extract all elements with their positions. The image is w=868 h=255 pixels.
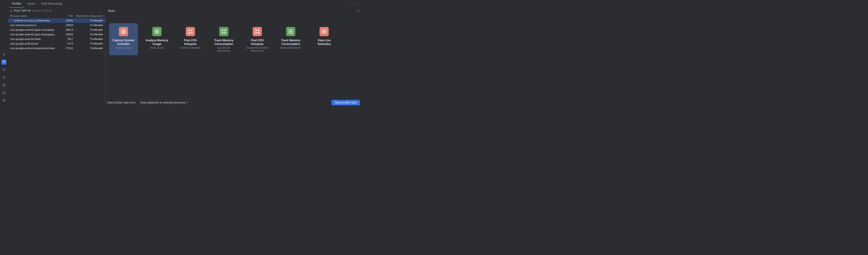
svg-rect-10	[3, 92, 5, 94]
rail-icon-diamond[interactable]	[1, 67, 6, 72]
process-pane: Process name PID Manifest Configuration …	[8, 13, 105, 106]
svg-point-17	[352, 4, 352, 5]
svg-line-5	[3, 77, 3, 77]
process-row[interactable]: com.google.android.apps.messaging28613Pr…	[8, 27, 105, 32]
process-pid: 28613	[62, 27, 75, 32]
task-subtitle: Native Allocations	[280, 46, 301, 49]
process-name: com.google.android.dialer	[10, 38, 41, 40]
process-pid: 27251	[62, 46, 75, 51]
task-card[interactable]: View Live Telemetry	[310, 23, 339, 55]
process-name: android.com.java.profilertester	[14, 19, 50, 22]
task-subtitle: Heap Dump	[150, 46, 164, 49]
process-pid: 2017	[62, 37, 75, 41]
svg-point-14	[4, 100, 5, 101]
svg-point-3	[3, 77, 5, 78]
tab-past-recordings[interactable]: Past Recordings	[38, 0, 65, 8]
task-title: View Live Telemetry	[312, 38, 337, 46]
rail-icon-design[interactable]	[1, 52, 6, 57]
process-row[interactable]: com.google.android.dialer2017Profileable	[8, 37, 105, 41]
device-chip[interactable]: Pixel 7 API 34 Android 14, API 34	[8, 8, 105, 13]
task-pane: Capture System ActivitiesSystem TraceAna…	[105, 13, 362, 106]
rail-icon-bug[interactable]	[1, 75, 6, 80]
start-mode-dropdown[interactable]: Now (attaches to selected process)	[138, 100, 190, 105]
process-row[interactable]: com.google.android.apps.messaging...2450…	[8, 32, 105, 37]
svg-point-49	[188, 32, 190, 33]
wave-icon	[320, 27, 329, 36]
svg-point-13	[3, 101, 3, 102]
svg-point-22	[11, 20, 11, 20]
task-subtitle: Java/Kotlin Method Recording	[245, 46, 270, 52]
process-pid: 28041	[62, 18, 75, 23]
task-title: Capture System Activities	[111, 38, 136, 46]
task-title: Track Memory Consumption	[211, 38, 236, 46]
svg-point-65	[255, 32, 256, 33]
svg-point-64	[255, 30, 256, 31]
task-subtitle: Callstack Sample	[180, 46, 200, 49]
col-process-name[interactable]: Process name	[8, 13, 62, 18]
svg-point-2	[4, 62, 4, 62]
chip-icon	[152, 27, 161, 36]
col-manifest[interactable]: Manifest Configuration	[75, 13, 105, 18]
process-row[interactable]: com.google.android.gm2172Profileable	[8, 41, 105, 46]
rail-icon-git[interactable]	[1, 98, 6, 103]
process-manifest: Profileable	[75, 32, 105, 37]
tree-icon	[186, 27, 195, 36]
task-card[interactable]: Track Memory ConsumptionNative Allocatio…	[276, 23, 305, 55]
task-subtitle: System Trace	[115, 46, 132, 49]
svg-point-48	[188, 30, 190, 31]
svg-point-12	[3, 99, 3, 100]
footer-label: Start profiler task from	[107, 101, 135, 104]
svg-point-16	[352, 4, 352, 4]
process-manifest: Profileable	[75, 23, 105, 27]
svg-point-21	[358, 10, 359, 11]
rail-icon-profiler[interactable]	[1, 60, 6, 65]
task-subtitle: Java/Kotlin Allocations	[211, 46, 236, 52]
tab-home[interactable]: Home	[24, 0, 38, 8]
task-card[interactable]: Analyze Memory UsageHeap Dump	[143, 23, 171, 55]
process-manifest: Profileable	[75, 37, 105, 41]
task-card[interactable]: Capture System ActivitiesSystem Trace	[109, 23, 138, 55]
process-manifest: Profileable	[75, 27, 105, 32]
footer: Start profiler task from Now (attaches t…	[105, 99, 362, 106]
device-name: Pixel 7 API 34	[14, 9, 31, 12]
process-name: com.android.systemui	[10, 24, 36, 27]
svg-point-59	[225, 32, 226, 33]
svg-rect-25	[123, 31, 124, 32]
process-name: com.google.android.apps.messaging	[10, 28, 54, 31]
svg-point-58	[225, 30, 226, 31]
task-card[interactable]: Find CPU HotspotsJava/Kotlin Method Reco…	[243, 23, 272, 55]
rail-icon-warning[interactable]	[1, 83, 6, 88]
minimize-icon[interactable]	[355, 0, 361, 8]
process-pid: 24501	[62, 32, 75, 37]
rail-icon-terminal[interactable]	[1, 90, 6, 95]
tab-profiler[interactable]: Profiler	[9, 0, 24, 8]
svg-point-50	[191, 30, 192, 31]
process-row[interactable]: com.google.android.inputmethod.latin2725…	[8, 46, 105, 51]
svg-point-51	[191, 32, 192, 33]
svg-rect-39	[156, 31, 157, 32]
list-icon	[286, 27, 296, 36]
device-row: Pixel 7 API 34 Android 14, API 34 Tasks	[8, 8, 362, 13]
topbar: Profiler Home Past Recordings	[8, 0, 362, 8]
svg-point-57	[222, 32, 223, 33]
task-title: Analyze Memory Usage	[144, 38, 169, 46]
process-row[interactable]: com.android.systemui29034Profileable	[8, 23, 105, 27]
process-row[interactable]: android.com.java.profilertester28041Prof…	[8, 18, 105, 23]
col-pid[interactable]: PID	[62, 13, 75, 18]
process-pid: 29034	[62, 23, 75, 27]
gear-icon[interactable]	[355, 8, 362, 13]
start-profiler-button[interactable]: Start profiler task	[331, 100, 360, 105]
cpu-icon	[119, 27, 128, 36]
svg-point-66	[258, 30, 259, 31]
task-title: Find CPU Hotspots	[245, 38, 270, 46]
svg-line-6	[5, 77, 5, 77]
tasks-heading: Tasks	[105, 8, 115, 13]
process-name: com.google.android.gm	[10, 42, 38, 45]
task-card[interactable]: Track Memory ConsumptionJava/Kotlin Allo…	[209, 23, 238, 55]
more-icon[interactable]	[349, 0, 355, 8]
svg-rect-24	[122, 30, 125, 33]
tree-icon	[219, 27, 228, 36]
process-name: com.google.android.apps.messaging...	[10, 33, 56, 36]
task-card[interactable]: Find CPU HotspotsCallstack Sample	[176, 23, 205, 55]
process-name: com.google.android.inputmethod.latin	[10, 47, 55, 50]
